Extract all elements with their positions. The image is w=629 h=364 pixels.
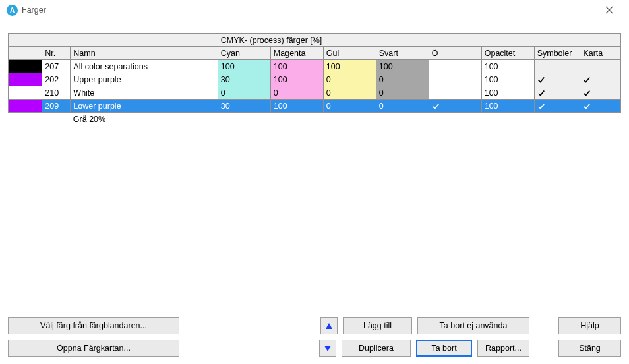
- cell-magenta[interactable]: 100: [270, 60, 323, 73]
- gray-label: Grå 20%: [71, 113, 218, 126]
- color-swatch-cell[interactable]: [9, 73, 42, 86]
- table-row[interactable]: 207All color separations100100100100100: [9, 60, 621, 73]
- cell-gul[interactable]: 100: [323, 60, 376, 73]
- title-bar: A Färger: [0, 0, 629, 20]
- check-icon: [537, 89, 545, 97]
- col-o[interactable]: Ö: [429, 47, 481, 60]
- cell-opacitet[interactable]: 100: [481, 73, 534, 86]
- cell-symboler[interactable]: [534, 73, 580, 86]
- cell-karta[interactable]: [580, 73, 621, 86]
- window-title: Färger: [22, 5, 46, 15]
- col-nr[interactable]: Nr.: [42, 47, 71, 60]
- color-swatch: [9, 100, 42, 112]
- add-button[interactable]: Lägg till: [343, 317, 412, 334]
- header-blank-swatch: [9, 34, 42, 47]
- button-bar: Välj färg från färgblandaren... Lägg til…: [8, 317, 621, 359]
- close-button[interactable]: [596, 0, 622, 20]
- cell-namn[interactable]: All color separations: [71, 60, 218, 73]
- cell-karta[interactable]: [580, 100, 621, 113]
- cell-cyan[interactable]: 100: [218, 60, 270, 73]
- cell-magenta[interactable]: 0: [270, 86, 323, 100]
- color-swatch: [9, 73, 42, 86]
- remove-button[interactable]: Ta bort: [416, 340, 472, 357]
- color-swatch-cell[interactable]: [9, 86, 42, 100]
- cell-gul[interactable]: 0: [323, 86, 376, 100]
- cell-nr[interactable]: 209: [42, 100, 71, 113]
- col-magenta[interactable]: Magenta: [270, 47, 323, 60]
- col-opacitet[interactable]: Opacitet: [481, 47, 534, 60]
- close-dialog-button[interactable]: Stäng: [558, 340, 621, 357]
- table-row[interactable]: 209Lower purple3010000100: [9, 100, 621, 113]
- report-button[interactable]: Rapport...: [477, 340, 529, 357]
- column-header-row: Nr. Namn Cyan Magenta Gul Svart Ö Opacit…: [9, 47, 621, 60]
- color-swatch-cell[interactable]: [9, 100, 42, 113]
- check-icon: [537, 76, 545, 84]
- arrow-up-icon: [326, 323, 332, 329]
- cell-o[interactable]: [429, 60, 481, 73]
- cell-nr[interactable]: 202: [42, 73, 71, 86]
- table-row[interactable]: 210White0000100: [9, 86, 621, 100]
- cell-symboler[interactable]: [534, 100, 580, 113]
- color-table-area: CMYK- (process) färger [%] Nr. Namn Cyan…: [8, 33, 621, 311]
- header-cmyk-group: CMYK- (process) färger [%]: [218, 34, 429, 47]
- check-icon: [537, 102, 545, 110]
- duplicate-button[interactable]: Duplicera: [342, 340, 411, 357]
- cell-namn[interactable]: Upper purple: [71, 73, 218, 86]
- close-icon: [605, 6, 613, 14]
- arrow-down-icon: [324, 346, 331, 351]
- move-up-button[interactable]: [320, 317, 338, 334]
- cell-namn[interactable]: White: [71, 86, 218, 100]
- cell-cyan[interactable]: 30: [218, 73, 270, 86]
- color-swatch-cell[interactable]: [9, 60, 42, 73]
- check-icon: [583, 76, 591, 84]
- cell-opacitet[interactable]: 100: [481, 100, 534, 113]
- color-table[interactable]: CMYK- (process) färger [%] Nr. Namn Cyan…: [8, 33, 621, 126]
- cell-cyan[interactable]: 30: [218, 100, 270, 113]
- group-header-row: CMYK- (process) färger [%]: [9, 34, 621, 47]
- header-blank-right: [429, 34, 620, 47]
- table-row[interactable]: 202Upper purple3010000100: [9, 73, 621, 86]
- cell-magenta[interactable]: 100: [270, 100, 323, 113]
- col-namn[interactable]: Namn: [71, 47, 218, 60]
- col-swatch[interactable]: [9, 47, 42, 60]
- cell-opacitet[interactable]: 100: [481, 86, 534, 100]
- cell-nr[interactable]: 207: [42, 60, 71, 73]
- cell-karta[interactable]: [580, 60, 621, 73]
- col-gul[interactable]: Gul: [323, 47, 376, 60]
- cell-cyan[interactable]: 0: [218, 86, 270, 100]
- cell-symboler[interactable]: [534, 60, 580, 73]
- check-icon: [583, 89, 591, 97]
- move-down-button[interactable]: [319, 340, 336, 357]
- cell-o[interactable]: [429, 100, 481, 113]
- header-blank-name: [42, 34, 218, 47]
- pick-color-button[interactable]: Välj färg från färgblandaren...: [8, 317, 179, 334]
- cell-svart[interactable]: 0: [376, 100, 429, 113]
- cell-o[interactable]: [429, 86, 481, 100]
- cell-opacitet[interactable]: 100: [481, 60, 534, 73]
- color-swatch: [9, 86, 42, 99]
- cell-svart[interactable]: 100: [376, 60, 429, 73]
- check-icon: [583, 102, 591, 110]
- cell-nr[interactable]: 210: [42, 86, 71, 100]
- cell-gul[interactable]: 0: [323, 100, 376, 113]
- gray-label-row: Grå 20%: [9, 113, 621, 126]
- cell-symboler[interactable]: [534, 86, 580, 100]
- help-button[interactable]: Hjälp: [558, 317, 621, 334]
- check-icon: [432, 102, 440, 110]
- col-svart[interactable]: Svart: [376, 47, 429, 60]
- cell-namn[interactable]: Lower purple: [71, 100, 218, 113]
- col-cyan[interactable]: Cyan: [218, 47, 270, 60]
- cell-o[interactable]: [429, 73, 481, 86]
- remove-unused-button[interactable]: Ta bort ej använda: [417, 317, 529, 334]
- cell-svart[interactable]: 0: [376, 73, 429, 86]
- open-color-chart-button[interactable]: Öppna Färgkartan...: [8, 340, 179, 357]
- cell-karta[interactable]: [580, 86, 621, 100]
- dialog-window: A Färger CMYK- (process) färger [%]: [0, 0, 629, 364]
- app-icon: A: [7, 5, 18, 16]
- color-swatch: [9, 60, 42, 73]
- cell-gul[interactable]: 0: [323, 73, 376, 86]
- cell-svart[interactable]: 0: [376, 86, 429, 100]
- cell-magenta[interactable]: 100: [270, 73, 323, 86]
- col-symboler[interactable]: Symboler: [534, 47, 580, 60]
- col-karta[interactable]: Karta: [580, 47, 621, 60]
